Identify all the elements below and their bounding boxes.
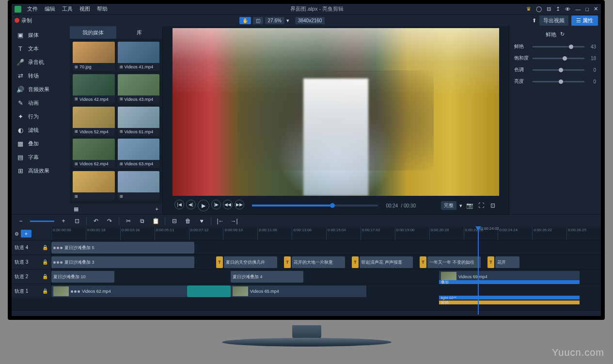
slider-track[interactable] — [533, 58, 584, 59]
progress-bar[interactable] — [252, 205, 378, 206]
clip[interactable] — [187, 285, 231, 297]
detach-icon[interactable]: ⊡ — [488, 201, 497, 210]
track-content[interactable]: 夏日沙滩叠加 10夏日沙滩叠加 4Videos 69.mp4叠加 — [51, 269, 601, 284]
sidebar-item-1[interactable]: T文本 — [12, 42, 70, 55]
media-item[interactable]: 70.jpg — [73, 42, 115, 71]
clip[interactable]: T — [216, 256, 223, 268]
track-content[interactable]: 夏日沙滩叠加 5 — [51, 240, 601, 254]
sidebar-item-9[interactable]: ▤字幕 — [12, 150, 70, 164]
max-button[interactable]: □ — [585, 6, 589, 12]
delete-icon[interactable]: 🗑 — [184, 217, 192, 225]
undo-icon[interactable]: ↶ — [92, 217, 100, 225]
track-header[interactable]: 轨道 2🔒 — [12, 269, 51, 284]
clip[interactable]: 一年又一年 不变的如往 — [427, 256, 481, 268]
redo-icon[interactable]: ↷ — [105, 217, 114, 225]
tab-my-media[interactable]: 我的媒体 — [70, 26, 116, 39]
menu-edit[interactable]: 编辑 — [45, 5, 55, 13]
slider-track[interactable] — [533, 46, 584, 47]
menu-help[interactable]: 帮助 — [97, 5, 108, 13]
goto-start-icon[interactable]: |← — [216, 217, 225, 225]
sidebar-item-6[interactable]: ✦行为 — [12, 110, 70, 123]
step-fwd-button[interactable]: |▶ — [211, 200, 221, 209]
close-button[interactable]: ✕ — [594, 6, 598, 12]
clip[interactable]: T — [284, 256, 291, 268]
media-item[interactable]: Videos 43.mp4 — [118, 74, 160, 103]
track-header[interactable]: 轨道 1🔒 — [12, 284, 51, 298]
clip[interactable]: 夏日的天空仿佛几许 — [224, 256, 277, 268]
effect-strip[interactable]: light 02** — [439, 296, 580, 300]
copy-icon[interactable]: ⧉ — [138, 217, 146, 225]
track-settings-icon[interactable]: ⚙ — [15, 231, 19, 237]
fit-timeline-icon[interactable]: ⊡ — [73, 217, 81, 225]
clip[interactable]: T — [420, 256, 426, 268]
timeline-scrollbar[interactable] — [12, 310, 601, 316]
zoom-slider[interactable] — [30, 221, 54, 222]
crop-tool[interactable]: ◫ — [253, 17, 263, 24]
zoom-dropdown[interactable]: 27.6% — [265, 17, 284, 24]
snapshot-icon[interactable]: 📷 — [465, 201, 474, 210]
clip[interactable]: 花开 — [495, 256, 519, 268]
menu-tools[interactable]: 工具 — [62, 5, 73, 13]
clip[interactable]: 夏日沙滩叠加 4 — [231, 271, 303, 283]
sidebar-item-0[interactable]: ▣媒体 — [12, 28, 70, 42]
sidebar-item-4[interactable]: 🔊音频效果 — [12, 82, 70, 96]
add-track-button[interactable]: + — [21, 230, 31, 237]
sidebar-item-7[interactable]: ◐滤镜 — [12, 123, 70, 137]
sidebar-item-2[interactable]: 🎤录音机 — [12, 55, 70, 69]
next-clip-button[interactable]: ▶▶ — [235, 200, 244, 209]
track-content[interactable]: 夏日沙滩叠加 3T夏日的天空仿佛几许T花开的大地一片秋意T听起清声花 声声报喜T… — [51, 255, 601, 269]
media-item[interactable]: Videos 41.mp4 — [118, 42, 160, 71]
save-icon[interactable]: ⊟ — [547, 6, 551, 12]
track-header[interactable]: 轨道 4🔒 — [12, 240, 51, 254]
menu-view[interactable]: 视图 — [79, 5, 90, 13]
sidebar-item-8[interactable]: ▦叠加 — [12, 137, 70, 150]
crown-icon[interactable]: ♛ — [526, 6, 531, 12]
timeline-ruler[interactable]: 0:00:24:02 0:00:00:000:00:01:180:00:03:1… — [51, 227, 601, 240]
add-media-icon[interactable]: + — [156, 206, 158, 212]
menu-file[interactable]: 文件 — [27, 5, 38, 13]
prev-frame-button[interactable]: |◀ — [174, 200, 184, 209]
zoom-in-icon[interactable]: + — [59, 217, 68, 225]
chevron-down-icon[interactable]: ▾ — [286, 17, 289, 24]
clip[interactable]: 花开的大地一片秋意 — [292, 256, 345, 268]
playhead[interactable]: 0:00:24:02 — [478, 227, 479, 315]
properties-button[interactable]: ☰属性 — [571, 16, 598, 26]
cut-icon[interactable]: ✂ — [124, 217, 133, 225]
resolution-label[interactable]: 3840x2160 — [295, 17, 325, 24]
media-item[interactable]: Videos 42.mp4 — [73, 74, 115, 103]
effect-strip[interactable]: 鲜艳 — [439, 301, 580, 304]
clip[interactable]: Videos 65.mp4 — [231, 285, 366, 297]
clip[interactable]: T — [487, 256, 494, 268]
track-content[interactable]: Videos 62.mp4Videos 65.mp4light 02**鲜艳 — [51, 284, 601, 298]
fullscreen-icon[interactable]: ⛶ — [477, 201, 486, 210]
media-item[interactable] — [118, 171, 160, 200]
grid-view-icon[interactable]: ▦ — [74, 206, 79, 212]
slider-track[interactable] — [533, 81, 584, 82]
marker-icon[interactable]: ♥ — [197, 217, 206, 225]
clip[interactable]: Videos 62.mp4 — [51, 285, 187, 297]
sidebar-item-3[interactable]: ⇄转场 — [12, 69, 70, 82]
clip[interactable]: 听起清声花 声声报喜 — [360, 256, 413, 268]
goto-end-icon[interactable]: →| — [230, 217, 238, 225]
eye-icon[interactable]: 👁 — [565, 6, 570, 12]
clip[interactable]: T — [352, 256, 359, 268]
tab-library[interactable]: 库 — [116, 26, 163, 39]
clip[interactable]: 夏日沙滩叠加 5 — [51, 242, 194, 253]
fit-dropdown[interactable]: 完整 — [441, 201, 456, 210]
effect-strip[interactable]: 叠加 — [439, 280, 580, 284]
paste-icon[interactable]: 📋 — [151, 217, 160, 225]
user-icon[interactable]: ◯ — [536, 6, 542, 12]
export-button[interactable]: 导出视频 — [539, 16, 568, 26]
media-item[interactable]: Videos 52.mp4 — [73, 107, 115, 136]
hand-tool[interactable]: ✋ — [239, 17, 251, 24]
play-button[interactable]: ▶ — [198, 200, 209, 211]
min-button[interactable]: — — [575, 6, 581, 12]
split-icon[interactable]: ⊟ — [170, 217, 179, 225]
media-item[interactable]: Videos 61.mp4 — [118, 107, 160, 136]
prev-clip-button[interactable]: ◀◀ — [223, 200, 233, 209]
media-item[interactable]: Videos 63.mp4 — [118, 139, 160, 168]
record-button[interactable]: 录制 — [15, 17, 32, 24]
step-back-button[interactable]: ◀| — [186, 200, 196, 209]
media-item[interactable]: Videos 62.mp4 — [73, 139, 115, 168]
clip[interactable]: 夏日沙滩叠加 10 — [51, 271, 114, 283]
